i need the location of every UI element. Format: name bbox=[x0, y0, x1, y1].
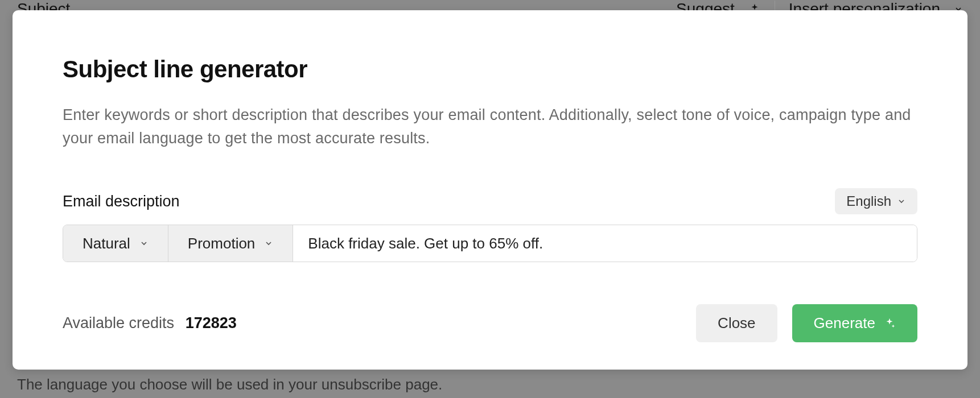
chevron-down-icon bbox=[264, 239, 273, 248]
credits-value: 172823 bbox=[186, 314, 237, 331]
subject-line-generator-modal: Subject line generator Enter keywords or… bbox=[13, 10, 967, 370]
campaign-type-selected: Promotion bbox=[188, 235, 256, 252]
tone-select[interactable]: Natural bbox=[63, 225, 168, 262]
unsubscribe-note: The language you choose will be used in … bbox=[17, 376, 442, 393]
close-button[interactable]: Close bbox=[696, 304, 777, 342]
tone-selected: Natural bbox=[83, 235, 130, 252]
modal-description: Enter keywords or short description that… bbox=[63, 103, 917, 150]
chevron-down-icon bbox=[897, 197, 906, 206]
campaign-type-select[interactable]: Promotion bbox=[168, 225, 293, 262]
sparkle-icon bbox=[883, 317, 896, 330]
modal-title: Subject line generator bbox=[63, 56, 917, 83]
generate-button[interactable]: Generate bbox=[792, 304, 917, 342]
available-credits: Available credits 172823 bbox=[63, 314, 237, 332]
email-description-label: Email description bbox=[63, 193, 180, 210]
description-input-group: Natural Promotion bbox=[63, 225, 917, 262]
generate-label: Generate bbox=[814, 314, 875, 332]
chevron-down-icon bbox=[139, 239, 149, 248]
email-description-input[interactable] bbox=[293, 225, 917, 262]
language-selected: English bbox=[846, 193, 891, 209]
language-select[interactable]: English bbox=[835, 188, 917, 214]
credits-label: Available credits bbox=[63, 314, 174, 331]
